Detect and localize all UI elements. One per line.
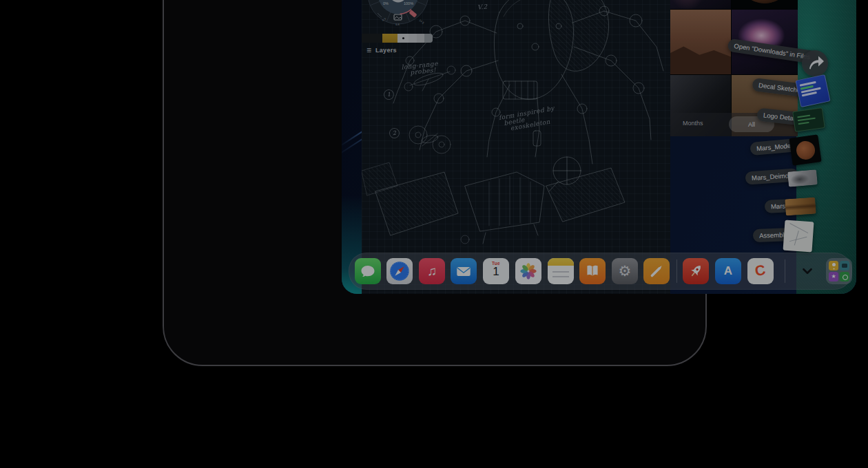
drag-thumb-mars-deimos[interactable] <box>787 169 818 187</box>
dock-app-safari[interactable] <box>386 258 413 284</box>
chat-bubble-icon <box>359 263 377 279</box>
swatch-selected[interactable] <box>397 34 409 43</box>
tab-months[interactable]: Months <box>683 120 703 127</box>
mars-planet-image <box>738 0 792 3</box>
dock-app-mail[interactable] <box>451 258 477 284</box>
mini-app-star-icon: ★ <box>829 272 838 281</box>
safari-compass-icon <box>389 261 410 281</box>
calendar-day: 1 <box>483 266 509 278</box>
chevron-down-icon <box>800 264 815 279</box>
size-bottom-label: 6.8 <box>395 23 400 26</box>
concepts-app-window[interactable]: connect to solar comms satellite V.2 lon… <box>362 0 670 294</box>
dock-app-books[interactable] <box>579 258 606 284</box>
dock-app-notes[interactable] <box>548 258 574 284</box>
opacity-max-label: 100% <box>404 1 413 6</box>
drag-thumb-logo-detail[interactable] <box>792 107 825 132</box>
dock-app-music[interactable]: ♫ <box>419 258 445 284</box>
dock-app-library[interactable]: ★ <box>826 258 852 284</box>
share-arrow-icon <box>802 50 828 76</box>
dock-app-concepts[interactable]: C <box>747 258 774 284</box>
annotation-version: V.2 <box>477 3 488 10</box>
layers-icon: ≡ <box>366 46 371 54</box>
dock-app-pages[interactable] <box>643 258 670 284</box>
notes-line <box>552 271 569 273</box>
opacity-min-label: 0% <box>383 1 389 6</box>
pen-icon <box>648 262 665 280</box>
dock-hide-chevron-button[interactable] <box>794 262 820 280</box>
swatch-dark-gray[interactable] <box>424 34 433 43</box>
dock-app-rocket[interactable] <box>683 258 709 284</box>
dock-app-settings[interactable]: ⚙ <box>612 258 638 284</box>
drag-thumb-mars[interactable] <box>785 197 816 215</box>
eraser-size-label: 14.5 <box>418 19 425 25</box>
tool-wheel[interactable]: 1.6 14.5 6.8 8.9 1.3 3.5 <box>364 0 433 28</box>
notes-line <box>552 276 569 277</box>
share-forward-button[interactable] <box>802 50 828 76</box>
dock-divider <box>676 259 677 283</box>
drag-thumb-assembly[interactable] <box>783 220 814 253</box>
ipad-screen: connect to solar comms satellite V.2 lon… <box>342 0 856 294</box>
photo-mars-landscape[interactable] <box>670 10 731 74</box>
dock-app-messages[interactable] <box>355 258 381 284</box>
blueprint-sketch-canvas[interactable] <box>362 0 670 294</box>
music-note-icon: ♫ <box>427 264 437 278</box>
dock-app-calendar[interactable]: Tue 1 <box>483 258 509 284</box>
swatch-gold[interactable] <box>382 34 397 43</box>
mini-app-tips-icon <box>829 261 838 270</box>
envelope-icon <box>455 262 473 280</box>
photo-mars-planet[interactable] <box>732 0 798 9</box>
open-book-icon <box>583 262 601 280</box>
dock-divider <box>785 259 785 283</box>
dock: ♫ Tue 1 <box>349 253 852 290</box>
concepts-c-icon: C <box>753 258 767 284</box>
swatch-light-gray[interactable] <box>409 34 417 43</box>
tab-all-label: All <box>729 121 774 128</box>
ipad-device: connect to solar comms satellite V.2 lon… <box>163 0 707 366</box>
photos-flower-icon <box>519 262 538 281</box>
dock-app-appstore[interactable]: A <box>715 258 741 284</box>
drag-thumb-mars-model[interactable] <box>789 134 821 165</box>
dock-app-photos[interactable] <box>515 258 541 284</box>
photo-nebula-horsehead[interactable] <box>670 0 731 9</box>
swatch-black[interactable] <box>362 34 382 43</box>
gear-icon: ⚙ <box>619 263 632 279</box>
appstore-a-icon: A <box>724 264 732 277</box>
layers-button[interactable]: ≡ Layers <box>366 46 397 54</box>
mini-app-camera-icon <box>840 261 849 270</box>
rocket-icon <box>687 262 705 280</box>
mini-app-clock-icon <box>840 272 849 281</box>
layers-label: Layers <box>375 47 397 54</box>
page-background: connect to solar comms satellite V.2 lon… <box>0 0 868 468</box>
color-swatch-strip[interactable] <box>362 34 433 43</box>
swatch-gray[interactable] <box>417 34 424 43</box>
